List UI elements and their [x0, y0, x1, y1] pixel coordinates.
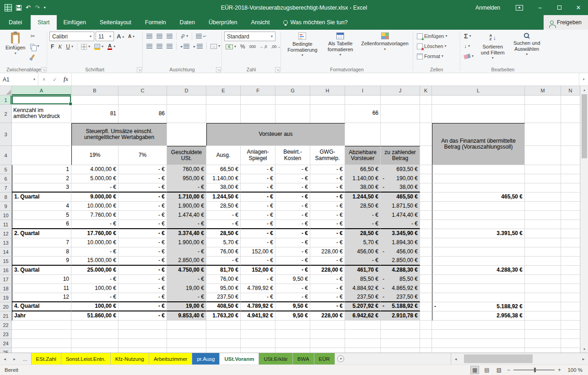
customize-quick-access-icon[interactable]: ▾	[44, 5, 46, 11]
ribbon-tab-daten[interactable]: Daten	[173, 15, 202, 30]
cell-A24[interactable]	[12, 339, 71, 348]
cell-N12[interactable]	[561, 229, 580, 238]
copy-button[interactable]: ▾	[29, 42, 40, 51]
cell-H7[interactable]: - €	[310, 183, 345, 193]
cell-M12[interactable]	[525, 229, 561, 238]
cell-K7[interactable]	[420, 183, 432, 193]
cell-H22[interactable]	[310, 321, 345, 330]
cell-M21[interactable]	[525, 311, 561, 321]
cell-B23[interactable]	[71, 330, 119, 339]
cell-F4[interactable]: Anlagen- Spiegel	[241, 146, 275, 165]
cell-D6[interactable]: 950,00 €	[167, 174, 206, 183]
dialog-launcher-icon[interactable]: ↘	[275, 67, 280, 72]
cell-K18[interactable]	[420, 284, 432, 293]
column-header-L[interactable]: L	[432, 86, 525, 96]
new-sheet-button[interactable]: +	[335, 353, 347, 364]
cell-I22[interactable]	[345, 321, 381, 330]
row-header-25[interactable]: 25	[0, 348, 12, 353]
cell-N3[interactable]	[561, 123, 580, 146]
cell-N9[interactable]	[561, 202, 580, 211]
cell-K3[interactable]	[420, 123, 432, 146]
cell-E7[interactable]: 38,00 €	[206, 183, 241, 193]
decrease-indent-button[interactable]: ◂	[179, 42, 191, 51]
sheet-tab-ust-erklär[interactable]: USt.Erklär	[259, 353, 292, 364]
row-header-5[interactable]: 5	[0, 165, 12, 174]
column-header-M[interactable]: M	[525, 86, 561, 96]
cell-A6[interactable]: 2	[12, 174, 71, 183]
cell-D13[interactable]: 1.900,00 €	[167, 238, 206, 247]
cell-G8[interactable]: - €	[275, 193, 310, 202]
cell-M17[interactable]	[525, 275, 561, 284]
cell-G14[interactable]: - €	[275, 247, 310, 257]
formula-input[interactable]	[71, 73, 579, 86]
row-header-19[interactable]: 19	[0, 293, 12, 302]
cell-M16[interactable]	[525, 266, 561, 275]
align-left-button[interactable]	[145, 42, 154, 51]
cell-L5[interactable]	[432, 165, 525, 174]
cell-D14[interactable]: - €	[167, 247, 206, 257]
cell-C20[interactable]: - €	[119, 302, 167, 311]
cell-E19[interactable]: 237,50 €	[206, 293, 241, 302]
cell-H24[interactable]	[310, 339, 345, 348]
cell-F15[interactable]: - €	[241, 257, 275, 266]
cell-N25[interactable]	[561, 348, 580, 353]
cell-A25[interactable]	[12, 348, 71, 353]
cell-G23[interactable]	[275, 330, 310, 339]
cell-J20[interactable]: -5.188,92 €	[381, 302, 420, 311]
cell-M25[interactable]	[525, 348, 561, 353]
cell-M20[interactable]	[525, 302, 561, 311]
dialog-launcher-icon[interactable]: ↘	[137, 67, 142, 72]
cell-C5[interactable]: - €	[119, 165, 167, 174]
cell-N8[interactable]	[561, 193, 580, 202]
cell-J19[interactable]: -237,50 €	[381, 293, 420, 302]
cell-H18[interactable]: - €	[310, 284, 345, 293]
minimize-button[interactable]: −	[530, 0, 550, 15]
underline-button[interactable]: U▾	[65, 42, 75, 51]
row-header-12[interactable]: 12	[0, 229, 12, 238]
cell-J2[interactable]	[381, 105, 420, 123]
cell-K8[interactable]	[420, 193, 432, 202]
cell-E9[interactable]: 28,50 €	[206, 202, 241, 211]
cell-J18[interactable]: -4.865,92 €	[381, 284, 420, 293]
scroll-left-icon[interactable]: ◂	[451, 357, 460, 361]
cell-K4[interactable]	[420, 146, 432, 165]
vertical-scrollbar[interactable]: ▴ ▾	[580, 86, 588, 353]
cell-J22[interactable]	[381, 321, 420, 330]
cell-B25[interactable]	[71, 348, 119, 353]
cell-B20[interactable]: 100,00 €	[71, 302, 119, 311]
cell-N19[interactable]	[561, 293, 580, 302]
cell-G22[interactable]	[275, 321, 310, 330]
cell-N23[interactable]	[561, 330, 580, 339]
cell-C14[interactable]: - €	[119, 247, 167, 257]
cell-N13[interactable]	[561, 238, 580, 247]
cell-M4[interactable]	[525, 146, 561, 165]
cell-A22[interactable]	[12, 321, 71, 330]
cell-L17[interactable]	[432, 275, 525, 284]
cell-H5[interactable]: - €	[310, 165, 345, 174]
cell-N6[interactable]	[561, 174, 580, 183]
cell-N18[interactable]	[561, 284, 580, 293]
cell-K22[interactable]	[420, 321, 432, 330]
cell-J23[interactable]	[381, 330, 420, 339]
sheet-nav-right-icon[interactable]: ▸	[10, 353, 19, 364]
cell-A7[interactable]: 3	[12, 183, 71, 193]
cell-A10[interactable]: 5	[12, 211, 71, 220]
cell-J17[interactable]: -85,50 €	[381, 275, 420, 284]
align-right-button[interactable]	[165, 42, 174, 51]
cell-B10[interactable]: 7.760,00 €	[71, 211, 119, 220]
cell-A21[interactable]: Jahr	[12, 311, 71, 321]
cell-K9[interactable]	[420, 202, 432, 211]
cell-G18[interactable]: - €	[275, 284, 310, 293]
cell-B17[interactable]: - €	[71, 275, 119, 284]
cell-F1[interactable]	[241, 96, 275, 105]
grow-font-button[interactable]: A▴	[115, 32, 125, 41]
italic-button[interactable]: K	[57, 42, 63, 51]
cell-K14[interactable]	[420, 247, 432, 257]
cell-H10[interactable]: - €	[310, 211, 345, 220]
cell-I18[interactable]: 4.884,92 €	[345, 284, 381, 293]
cell-B22[interactable]	[71, 321, 119, 330]
row-header-14[interactable]: 14	[0, 247, 12, 257]
cell-C6[interactable]: - €	[119, 174, 167, 183]
cell-F23[interactable]	[241, 330, 275, 339]
cell-L11[interactable]	[432, 220, 525, 229]
